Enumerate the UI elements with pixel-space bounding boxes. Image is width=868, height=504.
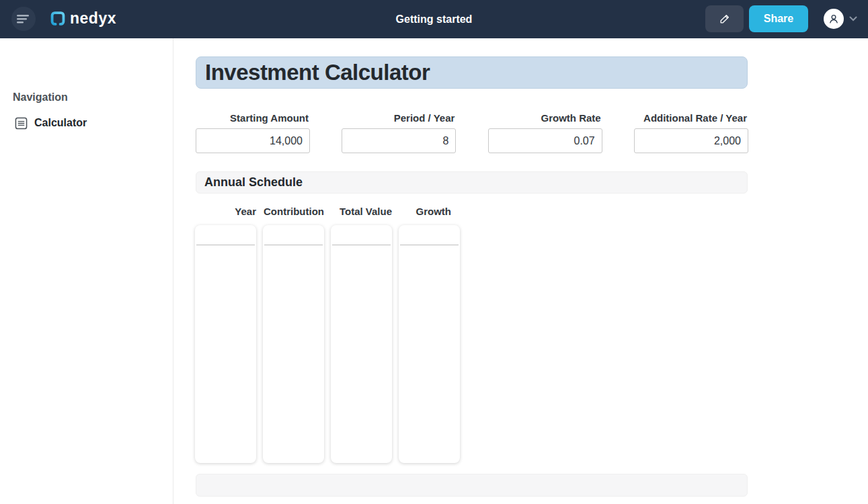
period-year-input[interactable] (342, 128, 456, 153)
starting-amount-input[interactable] (196, 128, 310, 153)
sidebar-item-calculator[interactable]: Calculator (9, 112, 164, 134)
field-growth-rate: Growth Rate (488, 112, 602, 153)
annual-schedule-header: Annual Schedule (196, 171, 748, 194)
column-head-cell (264, 225, 323, 245)
chevron-down-icon (849, 16, 857, 22)
schedule-column-headers: Year Contribution Total Value Growth (195, 206, 460, 217)
pencil-icon (718, 12, 732, 26)
user-menu-toggle[interactable] (849, 16, 857, 22)
app-logo[interactable]: nedyx (48, 9, 116, 28)
column-header-contribution: Contribution (263, 206, 324, 217)
column-header-growth: Growth (399, 206, 460, 217)
person-icon (827, 12, 840, 26)
input-fields-row: Starting Amount Period / Year Growth Rat… (196, 112, 748, 153)
column-head-cell (332, 225, 391, 245)
field-label: Additional Rate / Year (634, 112, 748, 124)
menu-icon (17, 13, 30, 24)
top-bar: nedyx Getting started Share (0, 0, 868, 38)
page-title-box: Investment Calculator (196, 56, 748, 89)
additional-rate-year-input[interactable] (634, 128, 748, 153)
section-title: Annual Schedule (204, 175, 303, 190)
field-additional-rate-year: Additional Rate / Year (634, 112, 748, 153)
column-head-cell (196, 225, 255, 245)
share-button[interactable]: Share (749, 5, 808, 32)
field-label: Starting Amount (196, 112, 310, 124)
column-header-total-value: Total Value (331, 206, 392, 217)
empty-footer-bar (196, 474, 748, 497)
main-content: Investment Calculator Starting Amount Pe… (173, 38, 868, 504)
sidebar-item-label: Calculator (34, 117, 87, 129)
nedyx-logo-icon (48, 9, 67, 28)
schedule-column-contribution (263, 225, 324, 463)
schedule-column-growth (399, 225, 460, 463)
field-period-year: Period / Year (342, 112, 456, 153)
menu-button[interactable] (11, 7, 36, 31)
field-starting-amount: Starting Amount (196, 112, 310, 153)
field-label: Growth Rate (488, 112, 602, 124)
logo-text: nedyx (70, 9, 116, 28)
edit-button[interactable] (705, 5, 744, 32)
growth-rate-input[interactable] (488, 128, 602, 153)
schedule-column-year (195, 225, 256, 463)
column-head-cell (400, 225, 459, 245)
schedule-table (195, 225, 460, 463)
user-avatar[interactable] (824, 9, 844, 29)
sidebar: Navigation Calculator (0, 38, 173, 504)
document-list-icon (15, 117, 28, 130)
column-header-year: Year (195, 206, 256, 217)
page-title: Investment Calculator (205, 60, 430, 85)
field-label: Period / Year (342, 112, 456, 124)
sidebar-title: Navigation (13, 91, 68, 103)
schedule-column-total-value (331, 225, 392, 463)
header-actions: Share (705, 5, 857, 32)
